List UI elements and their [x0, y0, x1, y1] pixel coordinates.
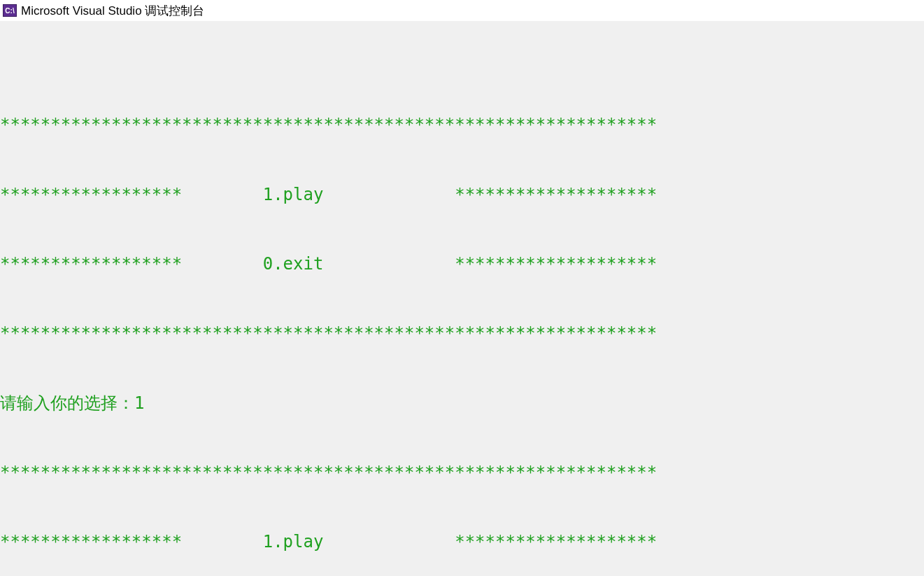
console-line: ****************** 1.play **************… — [0, 183, 924, 206]
console-line: ****************** 1.play **************… — [0, 531, 924, 554]
window-titlebar: C:\ Microsoft Visual Studio 调试控制台 — [0, 0, 924, 21]
console-line: ****************************************… — [0, 113, 924, 136]
console-output[interactable]: ****************************************… — [0, 21, 924, 576]
app-icon: C:\ — [3, 4, 17, 17]
window-title: Microsoft Visual Studio 调试控制台 — [21, 3, 204, 19]
console-line: ****************************************… — [0, 461, 924, 484]
console-line: 请输入你的选择：1 — [0, 392, 924, 415]
console-line: ****************************************… — [0, 322, 924, 345]
console-line: ****************** 0.exit **************… — [0, 253, 924, 276]
